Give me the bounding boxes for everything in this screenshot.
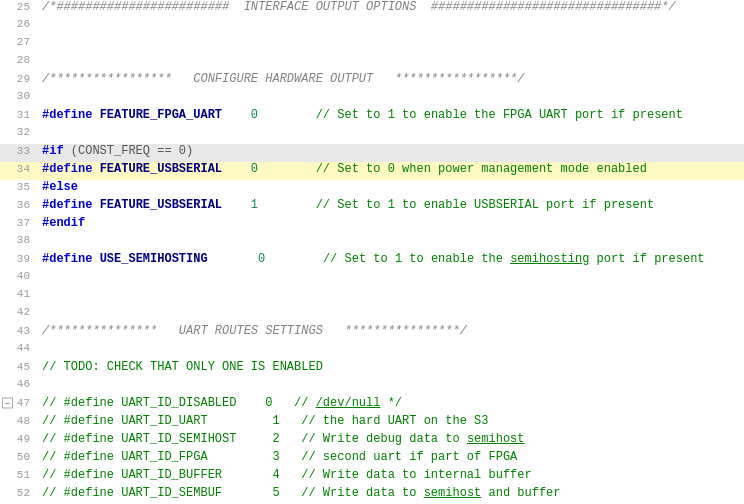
line-31: 31 #define FEATURE_FPGA_UART 0 // Set to…: [0, 108, 744, 126]
line-52: 52 // #define UART_ID_SEMBUF 5 // Write …: [0, 486, 744, 504]
line-25: 25 /*######################## INTERFACE …: [0, 0, 744, 18]
line-num-47: − 47: [0, 397, 38, 409]
line-32: 32: [0, 126, 744, 144]
line-29: 29 /***************** CONFIGURE HARDWARE…: [0, 72, 744, 90]
line-34: 34 #define FEATURE_USBSERIAL 0 // Set to…: [0, 162, 744, 180]
line-42: 42: [0, 306, 744, 324]
line-35: 35 #else: [0, 180, 744, 198]
line-37: 37 #endif: [0, 216, 744, 234]
line-28: 28: [0, 54, 744, 72]
line-26: 26: [0, 18, 744, 36]
fold-indicator-47[interactable]: −: [2, 398, 13, 409]
line-51: 51 // #define UART_ID_BUFFER 4 // Write …: [0, 468, 744, 486]
line-46: 46: [0, 378, 744, 396]
line-36: 36 #define FEATURE_USBSERIAL 1 // Set to…: [0, 198, 744, 216]
line-38: 38: [0, 234, 744, 252]
line-50: 50 // #define UART_ID_FPGA 3 // second u…: [0, 450, 744, 468]
line-27: 27: [0, 36, 744, 54]
line-43: 43 /*************** UART ROUTES SETTINGS…: [0, 324, 744, 342]
line-45: 45 // TODO: CHECK THAT ONLY ONE IS ENABL…: [0, 360, 744, 378]
line-48: 48 // #define UART_ID_UART 1 // the hard…: [0, 414, 744, 432]
code-editor: 25 /*######################## INTERFACE …: [0, 0, 744, 504]
line-30: 30: [0, 90, 744, 108]
line-44: 44: [0, 342, 744, 360]
line-47: − 47 // #define UART_ID_DISABLED 0 // /d…: [0, 396, 744, 414]
line-49: 49 // #define UART_ID_SEMIHOST 2 // Writ…: [0, 432, 744, 450]
line-33: 33 #if (CONST_FREQ == 0): [0, 144, 744, 162]
line-40: 40: [0, 270, 744, 288]
line-39: 39 #define USE_SEMIHOSTING 0 // Set to 1…: [0, 252, 744, 270]
line-41: 41: [0, 288, 744, 306]
